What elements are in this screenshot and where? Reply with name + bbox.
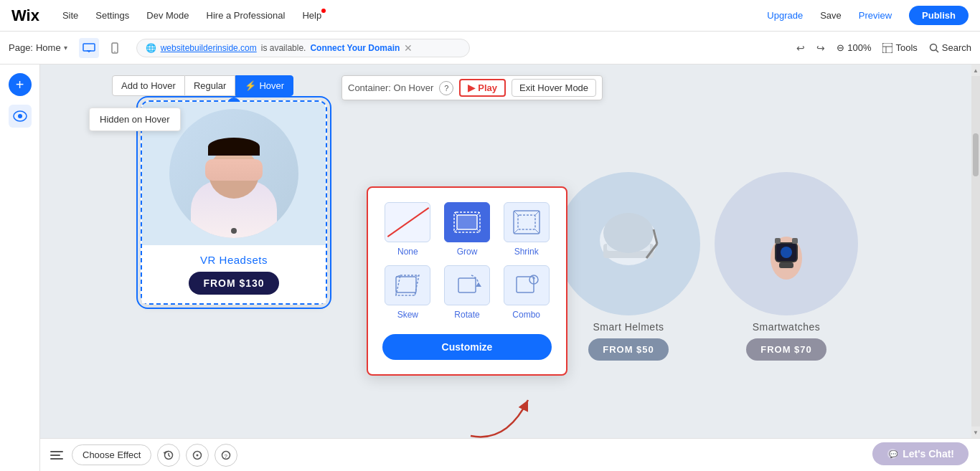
wix-logo: Wix [11,6,39,25]
effect-grow[interactable]: Grow [442,202,493,257]
add-element-button[interactable]: + [9,73,32,96]
choose-effect-button[interactable]: Choose Effect [72,444,151,465]
desktop-device-icon[interactable] [79,38,99,58]
history-icon[interactable] [157,444,180,467]
svg-point-11 [18,114,22,118]
page-name: Home [36,42,61,53]
svg-point-8 [930,44,936,50]
zoom-level: 100% [847,42,871,53]
product-card-smartwatches: Smartwatches FROM $70 [715,172,858,361]
url-bar[interactable]: 🌐 websitebuilderinside.com is available.… [136,39,470,57]
url-available-text: is available. [261,43,306,53]
effect-combo[interactable]: Combo [501,265,552,320]
nav-upgrade[interactable]: Upgrade [767,10,803,21]
nav-hire[interactable]: Hire a Professional [207,10,286,21]
svg-line-25 [535,229,540,234]
sidebar-icon-eye[interactable] [9,105,32,128]
top-navigation: Wix Site Settings Dev Mode Hire a Profes… [0,0,980,32]
hover-mode-toolbar: Add to Hover Regular ⚡ Hover [112,75,293,96]
live-chat-button[interactable]: 💬 Let's Chat! [872,442,969,465]
play-triangle-icon: ▶ [468,82,475,93]
nav-preview[interactable]: Preview [859,10,892,21]
effect-none[interactable]: None [382,202,433,257]
scrollbar-thumb[interactable] [973,133,979,176]
address-bar-icons: ↩ ↪ ⊖ 100% Tools Search [796,42,971,54]
effect-rotate[interactable]: Rotate [442,265,493,320]
play-button[interactable]: ▶ Play [459,79,506,97]
page-dropdown-icon[interactable]: ▾ [64,44,67,52]
scroll-down-icon[interactable]: ▼ [971,427,980,438]
helmets-price: FROM $50 [588,338,669,361]
lightning-icon: ⚡ [245,80,256,91]
helmets-circle [557,172,700,315]
helmets-title: Smart Helmets [593,321,664,333]
exit-hover-mode-button[interactable]: Exit Hover Mode [512,79,596,97]
add-to-hover-button[interactable]: Add to Hover [112,75,185,96]
effect-skew-label: Skew [397,310,418,320]
mobile-device-icon[interactable] [105,38,125,58]
effect-shrink-label: Shrink [514,247,539,257]
help-notification-dot [321,9,326,13]
smartwatches-title: Smartwatches [753,321,821,333]
device-icons [79,38,125,58]
effect-chooser-popup: None Grow [367,186,567,376]
svg-line-23 [535,211,540,215]
zoom-to-fit-icon[interactable] [186,444,209,467]
svg-rect-14 [457,215,477,229]
effect-grow-icon [444,202,490,242]
svg-rect-34 [517,277,534,292]
effect-skew[interactable]: Skew [382,265,433,320]
card-product-price: FROM $130 [189,272,278,295]
effect-shrink-icon [504,202,550,242]
svg-point-41 [603,213,654,253]
left-sidebar: + [0,65,40,471]
help-circle-icon[interactable]: ? [215,444,237,467]
effect-combo-icon [504,265,550,305]
effect-combo-label: Combo [512,310,540,320]
hover-mode-button[interactable]: ⚡ Hover [235,75,293,96]
undo-button[interactable]: ↩ [796,42,805,54]
globe-icon: 🌐 [146,43,156,53]
page-selector[interactable]: Page: Home ▾ [9,42,67,53]
layers-icon[interactable] [49,447,66,464]
customize-button[interactable]: Customize [382,334,552,360]
svg-line-24 [514,229,518,234]
zoom-control[interactable]: ⊖ 100% [837,42,871,53]
nav-save[interactable]: Save [820,10,842,21]
svg-rect-48 [792,238,798,244]
effect-none-icon [385,202,430,242]
nav-devmode[interactable]: Dev Mode [146,10,189,21]
address-bar: Page: Home ▾ 🌐 websitebuilderinside.com … [0,32,980,65]
nav-settings[interactable]: Settings [95,10,129,21]
svg-marker-33 [476,282,481,287]
svg-rect-0 [83,44,95,51]
regular-mode-button[interactable]: Regular [185,75,236,96]
redo-button[interactable]: ↪ [816,42,825,54]
svg-rect-50 [779,262,793,268]
product-card-helmets: Smart Helmets FROM $50 [557,172,700,361]
zoom-out-icon[interactable]: ⊖ [837,42,844,53]
customize-arrow [463,386,550,443]
search-button[interactable]: Search [929,42,971,53]
nav-help[interactable]: Help [302,10,321,21]
effect-none-label: None [397,247,418,257]
svg-line-22 [514,211,518,215]
effect-rotate-label: Rotate [454,310,479,320]
url-domain: websitebuilderinside.com [161,43,257,53]
svg-text:?: ? [225,452,228,459]
url-close-icon[interactable]: ✕ [404,42,413,54]
svg-rect-21 [518,215,535,229]
effect-shrink[interactable]: Shrink [501,202,552,257]
container-hover-bar: Container: On Hover ? ▶ Play Exit Hover … [341,75,603,100]
main-area: + Add to Hover Regular ⚡ Hover Hidden on… [0,65,980,471]
publish-button[interactable]: Publish [909,6,969,25]
canvas-scrollbar[interactable]: ▲ ▼ [971,65,980,438]
svg-rect-32 [458,278,476,292]
container-help-icon[interactable]: ? [439,81,453,95]
scroll-up-icon[interactable]: ▲ [971,65,980,76]
svg-point-49 [781,247,792,258]
nav-site[interactable]: Site [62,10,78,21]
smartwatches-circle [715,172,858,315]
connect-domain-link[interactable]: Connect Your Domain [310,43,400,53]
tools-button[interactable]: Tools [882,42,917,53]
